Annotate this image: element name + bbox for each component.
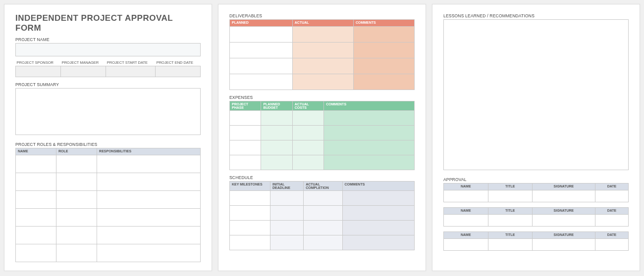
appr-header-signature: SIGNATURE: [533, 184, 595, 190]
manager-input[interactable]: [60, 66, 106, 77]
table-cell[interactable]: [97, 227, 201, 244]
table-cell[interactable]: [261, 155, 292, 170]
start-date-label: PROJECT START DATE: [106, 59, 156, 66]
table-cell[interactable]: [97, 173, 201, 191]
table-cell[interactable]: [97, 191, 201, 209]
table-cell[interactable]: [97, 155, 201, 173]
table-cell[interactable]: [56, 244, 97, 262]
table-cell[interactable]: [595, 190, 628, 202]
table-cell[interactable]: [342, 221, 415, 235]
table-cell[interactable]: [353, 43, 414, 58]
table-cell[interactable]: [230, 27, 293, 43]
table-cell[interactable]: [270, 221, 304, 235]
table-cell[interactable]: [230, 140, 261, 155]
table-cell[interactable]: [56, 209, 97, 227]
table-cell[interactable]: [230, 155, 261, 170]
table-cell[interactable]: [304, 235, 342, 250]
table-cell[interactable]: [533, 239, 595, 251]
table-cell[interactable]: [324, 155, 415, 170]
table-cell[interactable]: [261, 111, 292, 126]
table-cell[interactable]: [488, 190, 533, 202]
table-cell[interactable]: [97, 244, 201, 262]
form-title: INDEPENDENT PROJECT APPROVAL FORM: [15, 13, 201, 33]
table-cell[interactable]: [230, 74, 293, 90]
table-cell[interactable]: [16, 244, 56, 262]
table-cell[interactable]: [261, 126, 292, 140]
table-cell[interactable]: [324, 126, 415, 140]
table-cell[interactable]: [533, 215, 595, 227]
table-cell[interactable]: [56, 155, 97, 173]
table-cell[interactable]: [230, 191, 270, 206]
table-cell[interactable]: [56, 173, 97, 191]
table-cell[interactable]: [342, 206, 415, 221]
table-cell[interactable]: [230, 43, 293, 58]
table-cell[interactable]: [230, 58, 293, 74]
table-cell[interactable]: [324, 140, 415, 155]
table-cell[interactable]: [16, 155, 56, 173]
table-cell[interactable]: [595, 215, 628, 227]
start-date-input[interactable]: [106, 66, 156, 77]
table-cell[interactable]: [304, 221, 342, 235]
exp-header-budget: PLANNED BUDGET: [261, 101, 292, 111]
exp-header-phase: PROJECT PHASE: [230, 101, 261, 111]
table-cell[interactable]: [261, 140, 292, 155]
table-cell[interactable]: [353, 74, 414, 90]
table-cell[interactable]: [16, 209, 56, 227]
table-cell[interactable]: [292, 155, 323, 170]
table-cell[interactable]: [16, 191, 56, 209]
table-cell[interactable]: [533, 190, 595, 202]
deliv-header-comments: COMMENTS: [353, 20, 414, 27]
lessons-box[interactable]: [443, 19, 629, 170]
summary-box[interactable]: [15, 88, 201, 135]
table-cell[interactable]: [488, 239, 533, 251]
table-cell[interactable]: [56, 191, 97, 209]
end-date-label: PROJECT END DATE: [156, 59, 201, 66]
table-cell[interactable]: [304, 206, 342, 221]
table-cell[interactable]: [230, 126, 261, 140]
project-name-label: PROJECT NAME: [15, 37, 201, 42]
appr-header-date: DATE: [595, 232, 628, 239]
table-cell[interactable]: [16, 227, 56, 244]
project-name-input-table: [15, 43, 201, 56]
table-cell[interactable]: [270, 235, 304, 250]
table-cell[interactable]: [270, 191, 304, 206]
table-cell[interactable]: [444, 215, 488, 227]
table-cell[interactable]: [56, 227, 97, 244]
table-cell[interactable]: [97, 209, 201, 227]
sponsor-input[interactable]: [16, 66, 61, 77]
table-cell[interactable]: [488, 215, 533, 227]
schedule-label: SCHEDULE: [229, 175, 415, 180]
table-cell[interactable]: [353, 58, 414, 74]
table-cell[interactable]: [304, 191, 342, 206]
table-cell[interactable]: [292, 111, 323, 126]
table-cell[interactable]: [444, 190, 488, 202]
table-cell[interactable]: [353, 27, 414, 43]
table-cell[interactable]: [292, 126, 323, 140]
approval-table-3: NAME TITLE SIGNATURE DATE: [443, 231, 629, 251]
table-cell[interactable]: [324, 111, 415, 126]
roles-header-resp: RESPONSIBILITIES: [97, 148, 201, 155]
deliv-header-planned: PLANNED: [230, 20, 293, 27]
table-cell[interactable]: [230, 111, 261, 126]
table-cell[interactable]: [270, 206, 304, 221]
table-cell[interactable]: [292, 140, 323, 155]
roles-label: PROJECT ROLES & RESPONSIBILITIES: [15, 142, 201, 147]
table-cell[interactable]: [342, 191, 415, 206]
table-cell[interactable]: [230, 221, 270, 235]
table-cell[interactable]: [230, 235, 270, 250]
table-cell[interactable]: [595, 239, 628, 251]
table-cell[interactable]: [292, 58, 353, 74]
table-cell[interactable]: [292, 74, 353, 90]
table-cell[interactable]: [342, 235, 415, 250]
appr-header-signature: SIGNATURE: [533, 232, 595, 239]
table-cell[interactable]: [444, 239, 488, 251]
table-cell[interactable]: [230, 206, 270, 221]
end-date-input[interactable]: [156, 66, 201, 77]
deliverables-label: DELIVERABLES: [229, 13, 415, 18]
table-cell[interactable]: [292, 43, 353, 58]
table-cell[interactable]: [292, 27, 353, 43]
page-container: INDEPENDENT PROJECT APPROVAL FORM PROJEC…: [4, 4, 640, 271]
project-name-input[interactable]: [16, 44, 201, 56]
sched-header-comments: COMMENTS: [342, 182, 415, 191]
table-cell[interactable]: [16, 173, 56, 191]
